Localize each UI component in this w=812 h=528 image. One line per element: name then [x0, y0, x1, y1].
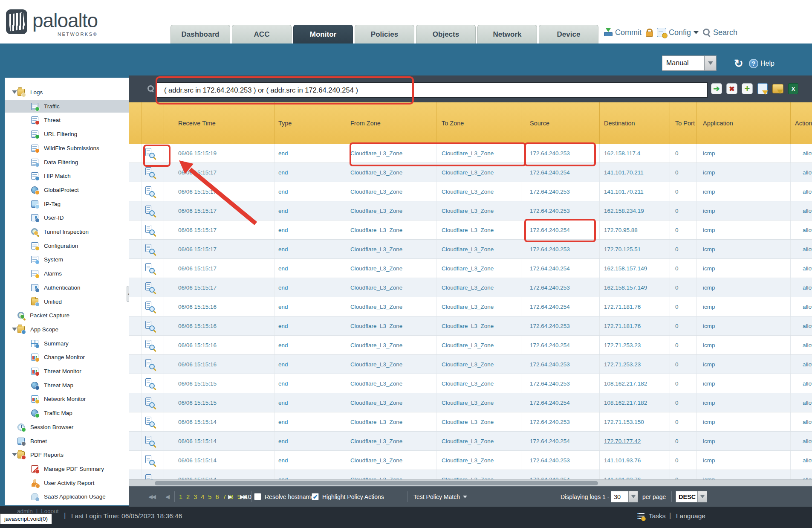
cell-src[interactable]: 172.64.240.253	[521, 412, 600, 431]
column-header-destination[interactable]: Destination	[600, 102, 670, 144]
cell-dst[interactable]: 108.162.217.182	[600, 393, 670, 412]
cell-dst[interactable]: 162.158.117.4	[600, 144, 670, 162]
log-detail-magnifier-icon[interactable]	[145, 148, 154, 158]
column-header-to-port[interactable]: To Port	[670, 102, 697, 144]
log-detail-magnifier-icon[interactable]	[145, 244, 154, 254]
cell-src[interactable]: 172.64.240.253	[521, 278, 600, 297]
sidebar-item-url-filtering[interactable]: URL Filtering	[5, 128, 129, 140]
cell-src[interactable]: 172.64.240.254	[521, 163, 600, 182]
cell-dst[interactable]: 162.158.157.149	[600, 278, 670, 297]
cell-dst[interactable]: 172.71.181.76	[600, 297, 670, 316]
destination-link[interactable]: 172.70.177.42	[604, 438, 641, 444]
sidebar-item-authentication[interactable]: Authentication	[5, 281, 129, 294]
tasks-label[interactable]: Tasks	[649, 512, 666, 520]
cell-dst[interactable]: 162.158.234.19	[600, 201, 670, 220]
cell-dst[interactable]: 108.162.217.182	[600, 374, 670, 393]
refresh-interval-select[interactable]: Manual	[662, 55, 717, 71]
column-header-source[interactable]: Source	[521, 102, 600, 144]
sidebar-item-traffic-map[interactable]: Traffic Map	[5, 406, 129, 419]
sidebar-item-network-monitor[interactable]: Network Monitor	[5, 392, 129, 405]
add-filter-button[interactable]: +	[742, 83, 753, 94]
log-detail-magnifier-icon[interactable]	[145, 225, 154, 235]
log-detail-magnifier-icon[interactable]	[145, 378, 154, 389]
log-detail-magnifier-icon[interactable]	[145, 397, 154, 408]
refresh-icon[interactable]: ↻	[734, 58, 743, 69]
resolve-hostname-checkbox[interactable]	[254, 493, 261, 500]
column-header-application[interactable]: Application	[697, 102, 791, 144]
sidebar-item-manage-pdf-summary[interactable]: Manage PDF Summary	[5, 462, 129, 475]
tab-objects[interactable]: Objects	[416, 25, 476, 44]
sidebar-item-packet-capture[interactable]: Packet Capture	[5, 309, 129, 322]
highlight-policy-actions-checkbox[interactable]: ✔	[312, 493, 319, 500]
next-page-button[interactable]: ▶	[228, 487, 231, 507]
sidebar-item-session-browser[interactable]: Session Browser	[5, 421, 129, 433]
sidebar-item-tunnel-inspection[interactable]: Tunnel Inspection	[5, 225, 129, 238]
cell-src[interactable]: 172.64.240.253	[521, 374, 600, 393]
tab-device[interactable]: Device	[539, 25, 598, 44]
column-header-receive-time[interactable]: Receive Time	[164, 102, 275, 144]
horizontal-scrollbar[interactable]	[129, 479, 812, 487]
sidebar-item-change-monitor[interactable]: Change Monitor	[5, 351, 129, 363]
sidebar-item-traffic[interactable]: Traffic	[5, 100, 129, 113]
per-page-arrow-button[interactable]	[629, 491, 638, 502]
sidebar-item-data-filtering[interactable]: Data Filtering	[5, 156, 129, 168]
load-filter-button[interactable]	[772, 83, 783, 94]
cell-src[interactable]: 172.64.240.254	[521, 297, 600, 316]
cell-src[interactable]: 172.64.240.253	[521, 144, 600, 162]
cell-src[interactable]: 172.64.240.253	[521, 355, 600, 374]
first-page-button[interactable]: ◀◀	[148, 487, 155, 507]
tab-monitor[interactable]: Monitor	[293, 25, 353, 44]
tab-acc[interactable]: ACC	[232, 25, 292, 44]
clear-filter-button[interactable]: ✖	[726, 83, 737, 94]
page-number-2[interactable]: 2	[186, 493, 190, 500]
sidebar-item-threat-map[interactable]: Threat Map	[5, 379, 129, 392]
save-filter-button[interactable]	[757, 83, 768, 94]
log-detail-magnifier-icon[interactable]	[145, 359, 154, 369]
commit-button[interactable]: Commit	[604, 28, 642, 37]
tree-expand-arrow-icon[interactable]	[12, 328, 17, 331]
search-button[interactable]: Search	[703, 28, 737, 37]
cell-src[interactable]: 172.64.240.254	[521, 432, 600, 450]
sidebar-item-saas-application-usage[interactable]: SaaS Application Usage	[5, 490, 129, 503]
sidebar-item-user-id[interactable]: User-ID	[5, 211, 129, 224]
cell-src[interactable]: 172.64.240.253	[521, 240, 600, 258]
log-detail-magnifier-icon[interactable]	[145, 436, 154, 446]
sort-order-arrow-button[interactable]	[698, 491, 707, 502]
sidebar-item-logs[interactable]: Logs	[5, 86, 129, 99]
tab-network[interactable]: Network	[477, 25, 537, 44]
sidebar-item-globalprotect[interactable]: GlobalProtect	[5, 183, 129, 196]
cell-dst[interactable]: 172.71.181.76	[600, 316, 670, 335]
tab-dashboard[interactable]: Dashboard	[170, 25, 230, 44]
sidebar-item-user-activity-report[interactable]: User Activity Report	[5, 476, 129, 489]
sidebar-item-app-scope[interactable]: App Scope	[5, 323, 129, 336]
column-header-action[interactable]: Action	[791, 102, 812, 144]
sidebar-item-configuration[interactable]: Configuration	[5, 239, 129, 252]
tasks-button[interactable]	[637, 513, 644, 520]
cell-src[interactable]: 172.64.240.254	[521, 336, 600, 354]
sidebar-item-hip-match[interactable]: HIP Match	[5, 169, 129, 182]
tab-policies[interactable]: Policies	[355, 25, 414, 44]
sidebar-item-botnet[interactable]: Botnet	[5, 435, 129, 447]
cell-dst[interactable]: 172.70.95.88	[600, 220, 670, 239]
sidebar-item-alarms[interactable]: Alarms	[5, 267, 129, 280]
page-number-4[interactable]: 4	[201, 493, 204, 500]
cell-dst[interactable]: 141.101.70.211	[600, 182, 670, 201]
log-detail-magnifier-icon[interactable]	[145, 186, 154, 197]
apply-filter-button[interactable]: ➔	[711, 83, 722, 94]
page-number-3[interactable]: 3	[194, 493, 197, 500]
last-page-button[interactable]: ▶▶	[240, 487, 247, 507]
sidebar-item-wildfire-submissions[interactable]: WildFire Submissions	[5, 142, 129, 154]
cell-dst[interactable]: 172.71.153.150	[600, 412, 670, 431]
cell-src[interactable]: 172.64.240.253	[521, 201, 600, 220]
sidebar-item-system[interactable]: System	[5, 253, 129, 266]
page-number-5[interactable]: 5	[208, 493, 211, 500]
cell-src[interactable]: 172.64.240.254	[521, 220, 600, 239]
export-logs-button[interactable]: X	[788, 83, 799, 94]
test-policy-match-dropdown[interactable]: Test Policy Match	[413, 487, 467, 507]
cell-dst[interactable]: 141.101.93.76	[600, 451, 670, 470]
sidebar-item-threat[interactable]: Threat	[5, 113, 129, 126]
column-header-from-zone[interactable]: From Zone	[345, 102, 436, 144]
cell-src[interactable]: 172.64.240.254	[521, 259, 600, 278]
lock-icon[interactable]	[646, 29, 653, 37]
log-detail-magnifier-icon[interactable]	[145, 417, 154, 427]
